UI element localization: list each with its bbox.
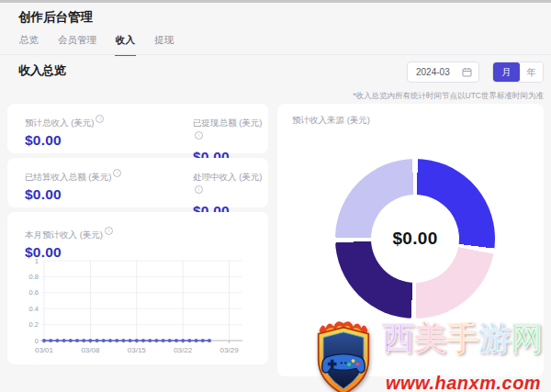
top-strip — [0, 0, 551, 3]
date-picker-value: 2024-03 — [416, 67, 450, 77]
stat-card-row-2: 已结算收入总额 (美元)i $0.00 处理中收入 (美元)i $0.00 — [7, 158, 268, 207]
info-icon[interactable]: i — [96, 115, 104, 123]
stat-value: $0.00 — [25, 186, 193, 203]
section-title: 收入总览 — [18, 62, 66, 79]
page-title: 创作后台管理 — [18, 9, 93, 26]
watermark: 西美手游网 www.hanxm.com — [303, 314, 549, 392]
tab-membership[interactable]: 会员管理 — [57, 34, 97, 56]
svg-text:0.4: 0.4 — [29, 305, 39, 313]
monthly-income-card: 本月预计收入 (美元)i $0.00 03/0103/0803/1503/220… — [7, 212, 268, 364]
period-toggle: 月 年 — [492, 62, 544, 83]
tab-overview[interactable]: 总览 — [18, 34, 39, 56]
stat-label: 预计总收入 (美元) — [25, 118, 94, 128]
stat-label: 已结算收入总额 (美元) — [25, 172, 111, 182]
utc-note: *收入总览内所有统计时间节点以UTC世界标准时间为准 — [353, 91, 544, 102]
donut-center-value: $0.00 — [392, 229, 437, 249]
stat-value: $0.00 — [25, 132, 193, 149]
period-month-button[interactable]: 月 — [493, 62, 520, 82]
svg-text:03/22: 03/22 — [174, 346, 193, 354]
svg-text:1: 1 — [35, 257, 39, 265]
tab-bar: 总览 会员管理 收入 提现 — [18, 34, 174, 56]
info-icon[interactable]: i — [195, 185, 203, 194]
stat-label: 处理中收入 (美元) — [193, 172, 262, 182]
date-picker[interactable]: 2024-03 — [407, 62, 479, 83]
info-icon[interactable]: i — [195, 131, 203, 140]
panel-title: 预计收入来源 (美元) — [277, 104, 544, 127]
tab-withdraw[interactable]: 提现 — [153, 34, 174, 56]
stat-label: 已提现总额 (美元) — [193, 118, 262, 128]
info-icon[interactable]: i — [105, 227, 113, 235]
page: 创作后台管理 总览 会员管理 收入 提现 收入总览 2024-03 月 年 *收… — [0, 0, 551, 392]
watermark-site-url: www.hanxm.com — [386, 373, 541, 392]
calendar-icon — [462, 67, 472, 77]
tab-bar-divider — [0, 54, 551, 55]
svg-text:03/01: 03/01 — [35, 346, 54, 354]
gamepad-icon — [322, 354, 365, 373]
svg-text:03/15: 03/15 — [128, 346, 147, 354]
info-icon[interactable]: i — [113, 169, 121, 177]
period-year-button[interactable]: 年 — [520, 62, 543, 82]
svg-text:03/29: 03/29 — [220, 346, 240, 354]
game-shield-logo-icon — [303, 318, 384, 392]
svg-text:0.6: 0.6 — [29, 288, 39, 297]
svg-text:03/08: 03/08 — [81, 346, 100, 354]
monthly-income-line-chart: 03/0103/0803/1503/2203/2900.20.40.60.81 — [15, 254, 255, 361]
svg-text:0: 0 — [35, 337, 39, 345]
svg-text:0.8: 0.8 — [29, 273, 39, 281]
svg-text:0.2: 0.2 — [29, 320, 39, 329]
watermark-site-name: 西美手游网 — [382, 321, 543, 353]
stat-card-row-1: 预计总收入 (美元)i $0.00 已提现总额 (美元)i $0.00 — [7, 104, 268, 153]
stat-label: 本月预计收入 (美元) — [25, 230, 103, 240]
donut-hole: $0.00 — [371, 195, 459, 283]
tab-income[interactable]: 收入 — [115, 34, 136, 56]
revenue-source-donut-chart: $0.00 — [335, 159, 495, 319]
